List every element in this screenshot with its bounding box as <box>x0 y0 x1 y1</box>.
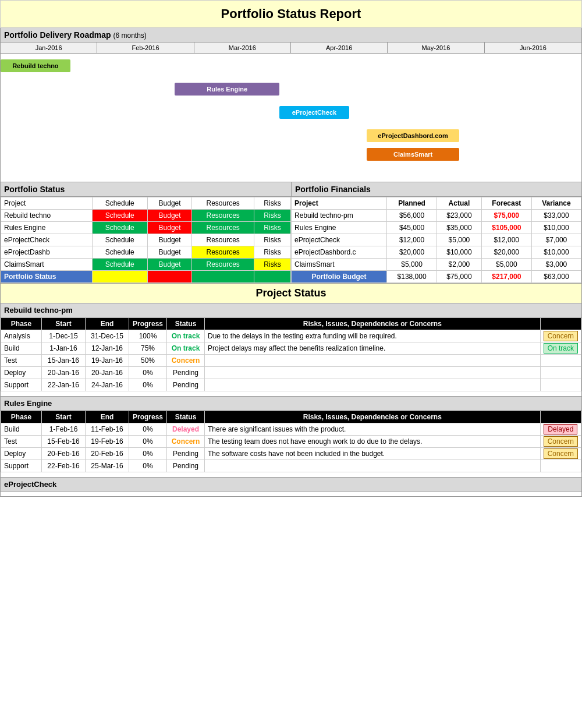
financials-cell-forecast: $217,000 <box>481 271 531 283</box>
phase-col-header: Status <box>167 318 205 330</box>
phase-progress: 75% <box>129 342 167 355</box>
phase-risk-text: The testing team does not have enough wo… <box>205 436 541 448</box>
roadmap-month: May-2016 <box>388 43 484 53</box>
phase-row: Deploy20-Jan-1620-Jan-160%Pending <box>1 367 581 379</box>
financials-cell-forecast: $75,000 <box>481 210 531 222</box>
roadmap-bar: eProjectCheck <box>279 106 349 119</box>
phase-name: Build <box>1 342 42 355</box>
financials-cell-forecast: $5,000 <box>481 259 531 271</box>
roadmap-bar: ClaimsSmart <box>367 148 460 161</box>
roadmap-bar: eProjectDashbord.com <box>367 129 460 142</box>
financials-cell-actual: $10,000 <box>437 246 482 259</box>
financials-cell-planned: $45,000 <box>387 222 437 234</box>
phase-row: Test15-Feb-1619-Feb-160%ConcernThe testi… <box>1 436 581 448</box>
phase-badge: On track <box>540 342 581 355</box>
phase-name: Test <box>1 436 42 448</box>
phase-status: Pending <box>167 448 205 460</box>
phase-name: Deploy <box>1 448 42 460</box>
financials-cell-variance: $10,000 <box>531 222 581 234</box>
status-cell-risks: Risks <box>254 234 291 246</box>
project-section: eProjectCheck <box>0 478 582 497</box>
financials-col-header: Actual <box>437 197 482 210</box>
phase-status: Pending <box>167 460 205 472</box>
phase-col-header: Risks, Issues, Dependencies or Concerns <box>205 318 541 330</box>
financials-cell-planned: $56,000 <box>387 210 437 222</box>
phase-start: 20-Feb-16 <box>42 448 86 460</box>
roadmap-month: Feb-2016 <box>97 43 194 53</box>
status-cell-resources: Resources <box>192 210 254 222</box>
roadmap-body: Rebuild technoRules EngineeProjectChecke… <box>1 54 581 182</box>
status-cell-risks <box>254 271 291 283</box>
project-name-header: Rules Engine <box>1 397 581 411</box>
status-cell-schedule: Schedule <box>92 210 147 222</box>
roadmap-bar: Rebuild techno <box>1 59 70 72</box>
phase-end: 11-Feb-16 <box>86 423 129 436</box>
phase-badge <box>540 367 581 379</box>
roadmap-month: Mar-2016 <box>194 43 291 53</box>
financials-cell-variance: $10,000 <box>531 246 581 259</box>
phase-col-header <box>540 318 581 330</box>
phase-name: Build <box>1 423 42 436</box>
phase-end: 31-Dec-15 <box>86 330 129 342</box>
project-section: Rules EnginePhaseStartEndProgressStatusR… <box>0 397 582 478</box>
financials-cell-actual: $23,000 <box>437 210 482 222</box>
status-table-row: eProjectDashbScheduleBudgetResourcesRisk… <box>1 246 291 259</box>
roadmap-month: Jan-2016 <box>1 43 97 53</box>
phase-col-header: Risks, Issues, Dependencies or Concerns <box>205 411 541 423</box>
status-col-header: Schedule <box>92 197 147 210</box>
phase-status: Pending <box>167 367 205 379</box>
project-name-header: Rebuild techno-pm <box>1 303 581 317</box>
roadmap-bar: Rules Engine <box>175 83 279 96</box>
phase-name: Analysis <box>1 330 42 342</box>
phase-start: 15-Feb-16 <box>42 436 86 448</box>
phase-name: Support <box>1 460 42 472</box>
roadmap-months: Jan-2016Feb-2016Mar-2016Apr-2016May-2016… <box>1 43 581 54</box>
financials-col-header: Planned <box>387 197 437 210</box>
status-table-row: Portfolio Status <box>1 271 291 283</box>
phase-col-header: Phase <box>1 318 42 330</box>
phase-risk-text: The software costs have not been include… <box>205 448 541 460</box>
phase-status: Concern <box>167 355 205 367</box>
phase-risk-text <box>205 460 541 472</box>
financials-project-name: eProjectDashbord.c <box>292 246 387 259</box>
status-cell-budget: Budget <box>147 234 192 246</box>
status-cell-resources: Resources <box>192 222 254 234</box>
phase-end: 19-Feb-16 <box>86 436 129 448</box>
status-col-header: Risks <box>254 197 291 210</box>
project-phases-table: PhaseStartEndProgressStatusRisks, Issues… <box>1 317 581 391</box>
financials-col-header: Variance <box>531 197 581 210</box>
status-cell-schedule <box>92 271 147 283</box>
status-project-name: Rules Engine <box>1 222 93 234</box>
phase-risk-text: Due to the delays in the testing extra f… <box>205 330 541 342</box>
phase-badge: Concern <box>540 330 581 342</box>
status-project-name: Portfolio Status <box>1 271 93 283</box>
phase-badge <box>540 379 581 391</box>
portfolio-financials-section: Portfolio Financials ProjectPlannedActua… <box>291 182 581 283</box>
phase-status: On track <box>167 342 205 355</box>
financials-col-header: Project <box>292 197 387 210</box>
financials-project-name: ClaimsSmart <box>292 259 387 271</box>
phase-badge: Delayed <box>540 423 581 436</box>
status-table-row: ClaimsSmartScheduleBudgetResourcesRisks <box>1 259 291 271</box>
portfolio-status-header: Portfolio Status <box>1 182 291 197</box>
financials-project-name: Portfolio Budget <box>292 271 387 283</box>
financials-cell-planned: $138,000 <box>387 271 437 283</box>
phase-col-header: Phase <box>1 411 42 423</box>
phase-start: 1-Jan-16 <box>42 342 86 355</box>
roadmap-month: Apr-2016 <box>291 43 388 53</box>
phase-status: Concern <box>167 436 205 448</box>
phase-status: On track <box>167 330 205 342</box>
financials-cell-actual: $2,000 <box>437 259 482 271</box>
phase-start: 22-Feb-16 <box>42 460 86 472</box>
phase-progress: 0% <box>129 367 167 379</box>
phase-start: 15-Jan-16 <box>42 355 86 367</box>
phase-row: Support22-Feb-1625-Mar-160%Pending <box>1 460 581 472</box>
projects-container: Rebuild techno-pmPhaseStartEndProgressSt… <box>0 303 582 497</box>
status-col-header: Resources <box>192 197 254 210</box>
portfolio-financials-table: ProjectPlannedActualForecastVarianceRebu… <box>291 197 581 283</box>
phase-risk-text: Project delays may affect the benefits r… <box>205 342 541 355</box>
financials-project-name: Rebuild techno-pm <box>292 210 387 222</box>
financials-table-row: ClaimsSmart$5,000$2,000$5,000$3,000 <box>292 259 581 271</box>
phase-end: 20-Feb-16 <box>86 448 129 460</box>
status-cell-resources: Resources <box>192 234 254 246</box>
